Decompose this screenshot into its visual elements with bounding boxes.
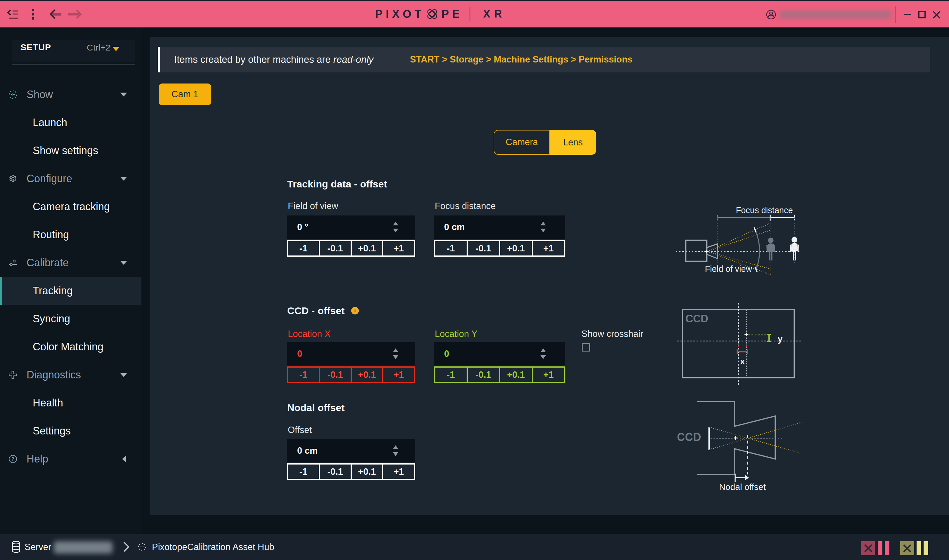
svg-text:Focus distance: Focus distance <box>736 206 793 215</box>
svg-text:y: y <box>778 334 782 344</box>
svg-text:x: x <box>740 357 745 366</box>
svg-text:CCD: CCD <box>685 313 708 325</box>
svg-text:Nodal offset: Nodal offset <box>719 482 766 492</box>
svg-text:Field of view: Field of view <box>705 264 752 274</box>
svg-text:?: ? <box>11 456 14 462</box>
svg-text:CCD: CCD <box>677 431 701 443</box>
